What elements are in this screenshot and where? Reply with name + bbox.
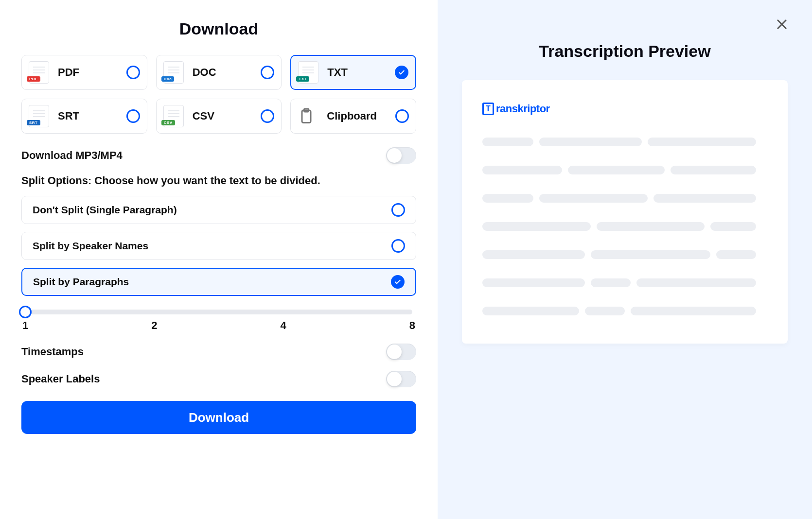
doc-file-icon: Doc (163, 61, 184, 84)
format-srt[interactable]: SRT SRT (21, 99, 147, 134)
radio-unchecked-icon (395, 109, 409, 123)
format-label: PDF (58, 66, 126, 79)
skeleton-paragraph (482, 138, 767, 146)
slider-ticks: 1 2 4 8 (21, 319, 416, 332)
split-none[interactable]: Don't Split (Single Paragraph) (21, 196, 416, 224)
split-label: Don't Split (Single Paragraph) (33, 204, 177, 216)
download-button[interactable]: Download (21, 401, 416, 434)
slider-tick: 1 (22, 319, 28, 332)
preview-card: T ranskriptor (462, 80, 788, 344)
radio-unchecked-icon (261, 66, 274, 79)
format-label: SRT (58, 110, 126, 122)
format-label: TXT (327, 66, 395, 79)
slider-tick: 4 (281, 319, 286, 332)
pdf-file-icon: PDF (29, 61, 49, 84)
skeleton-paragraph (482, 307, 767, 315)
brand-icon: T (482, 103, 494, 115)
brand-logo: T ranskriptor (482, 103, 767, 115)
format-grid: PDF PDF Doc DOC TXT TXT SRT SRT (21, 55, 416, 134)
timestamps-toggle[interactable] (386, 344, 416, 360)
radio-unchecked-icon (126, 109, 140, 123)
radio-checked-icon (391, 275, 405, 289)
format-label: CSV (193, 110, 261, 122)
format-doc[interactable]: Doc DOC (156, 55, 282, 90)
skeleton-paragraph (482, 222, 767, 231)
format-label: Clipboard (327, 110, 395, 122)
txt-file-icon: TXT (298, 61, 318, 84)
split-paragraph[interactable]: Split by Paragraphs (21, 268, 416, 296)
radio-unchecked-icon (391, 203, 405, 217)
skeleton-paragraph (482, 166, 767, 174)
srt-file-icon: SRT (29, 105, 49, 127)
split-speaker[interactable]: Split by Speaker Names (21, 232, 416, 260)
timestamps-row: Timestamps (21, 344, 416, 360)
split-options: Don't Split (Single Paragraph) Split by … (21, 196, 416, 296)
radio-checked-icon (395, 66, 408, 79)
download-media-toggle[interactable] (386, 147, 416, 164)
close-button[interactable] (775, 17, 789, 31)
page-title: Download (21, 19, 416, 38)
paragraph-slider: 1 2 4 8 (21, 307, 416, 332)
slider-tick: 2 (151, 319, 157, 332)
format-label: DOC (193, 66, 261, 79)
brand-text: ranskriptor (496, 103, 550, 115)
speaker-labels-toggle[interactable] (386, 371, 416, 387)
format-clipboard[interactable]: Clipboard (290, 99, 416, 134)
slider-track[interactable] (25, 310, 412, 314)
preview-panel: Transcription Preview T ranskriptor (438, 0, 812, 519)
split-section-label: Split Options: Choose how you want the t… (21, 174, 416, 187)
split-label: Split by Paragraphs (33, 276, 129, 288)
radio-unchecked-icon (391, 239, 405, 253)
speaker-labels-row: Speaker Labels (21, 371, 416, 387)
radio-unchecked-icon (126, 66, 140, 79)
download-panel: Download PDF PDF Doc DOC TXT TXT (0, 0, 438, 519)
speaker-labels-label: Speaker Labels (21, 373, 100, 385)
preview-title: Transcription Preview (462, 42, 788, 61)
download-media-label: Download MP3/MP4 (21, 149, 123, 162)
format-csv[interactable]: CSV CSV (156, 99, 282, 134)
skeleton-paragraph (482, 250, 767, 259)
format-pdf[interactable]: PDF PDF (21, 55, 147, 90)
radio-unchecked-icon (261, 109, 274, 123)
clipboard-icon (298, 105, 318, 127)
slider-tick: 8 (409, 319, 415, 332)
format-txt[interactable]: TXT TXT (290, 55, 416, 90)
timestamps-label: Timestamps (21, 346, 84, 358)
skeleton-paragraph (482, 278, 767, 287)
skeleton-paragraph (482, 194, 767, 203)
csv-file-icon: CSV (163, 105, 184, 127)
download-media-row: Download MP3/MP4 (21, 147, 416, 164)
slider-handle[interactable] (19, 306, 32, 318)
split-label: Split by Speaker Names (33, 240, 148, 252)
